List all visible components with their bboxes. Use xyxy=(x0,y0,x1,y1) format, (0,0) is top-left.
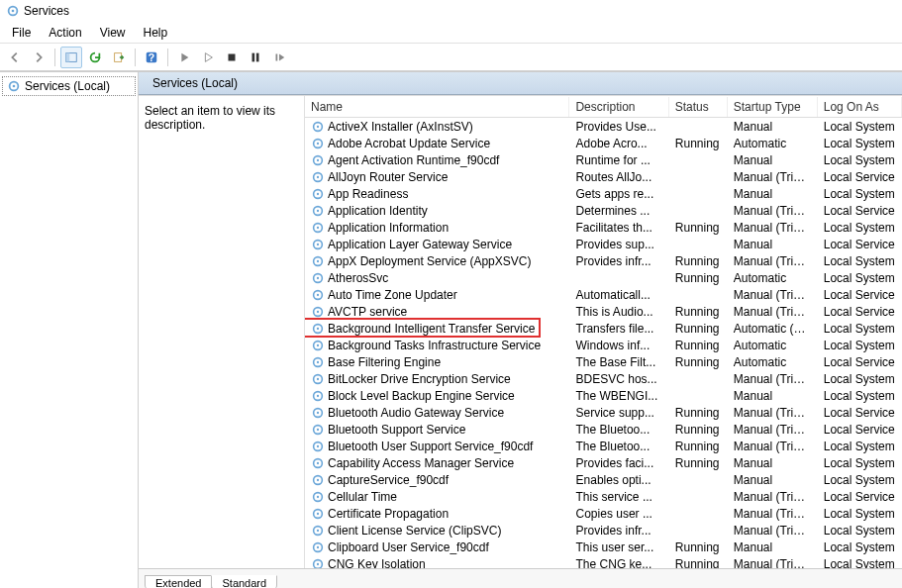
cell-logon: Local Service xyxy=(818,287,902,303)
cell-startup: Manual (Trigg... xyxy=(728,304,818,320)
show-hide-tree-button[interactable] xyxy=(60,47,82,68)
cell-description: Windows inf... xyxy=(570,338,669,353)
cell-name: Block Level Backup Engine Service xyxy=(305,388,570,404)
export-button[interactable] xyxy=(108,47,130,68)
detail-body: Select an item to view its description. … xyxy=(139,95,902,568)
cell-logon: Local Service xyxy=(818,237,902,252)
cell-startup: Manual xyxy=(728,152,818,168)
table-row[interactable]: Capability Access Manager ServiceProvide… xyxy=(305,454,902,471)
table-row[interactable]: AllJoyn Router ServiceRoutes AllJo...Man… xyxy=(305,168,902,185)
bottom-tabs: Extended Standard xyxy=(139,568,902,588)
cell-status xyxy=(669,294,728,296)
svg-point-36 xyxy=(317,293,319,295)
table-row[interactable]: Base Filtering EngineThe Base Filt...Run… xyxy=(305,353,902,370)
cell-description: This user ser... xyxy=(570,539,669,555)
table-row[interactable]: Block Level Backup Engine ServiceThe WBE… xyxy=(305,387,902,404)
cell-startup: Manual (Trigg... xyxy=(728,169,818,185)
gear-icon xyxy=(311,322,325,336)
table-row[interactable]: Auto Time Zone UpdaterAutomaticall...Man… xyxy=(305,286,902,303)
col-startup[interactable]: Startup Type xyxy=(728,97,818,117)
tab-extended[interactable]: Extended xyxy=(145,575,212,588)
svg-point-40 xyxy=(317,327,319,329)
cell-startup: Automatic xyxy=(728,270,818,286)
menu-action[interactable]: Action xyxy=(41,24,89,41)
cell-description: The Bluetoo... xyxy=(570,439,669,454)
svg-point-1 xyxy=(12,10,15,13)
cell-status: Running xyxy=(669,422,728,438)
col-status[interactable]: Status xyxy=(669,97,728,117)
restart-service-button[interactable] xyxy=(268,47,290,68)
cell-logon: Local System xyxy=(818,119,902,135)
tree-item-services-local[interactable]: Services (Local) xyxy=(2,76,136,96)
table-row[interactable]: Client License Service (ClipSVC)Provides… xyxy=(305,522,902,539)
table-row[interactable]: Adobe Acrobat Update ServiceAdobe Acro..… xyxy=(305,135,902,151)
col-logon[interactable]: Log On As xyxy=(818,97,902,117)
table-row[interactable]: AtherosSvcRunningAutomaticLocal System xyxy=(305,269,902,286)
gear-icon xyxy=(311,120,325,134)
table-row[interactable]: ActiveX Installer (AxInstSV)Provides Use… xyxy=(305,118,902,135)
pause-service-button[interactable] xyxy=(245,47,266,68)
service-name-text: Capability Access Manager Service xyxy=(328,456,514,470)
tab-standard[interactable]: Standard xyxy=(211,575,277,588)
svg-point-24 xyxy=(317,192,319,194)
cell-name: Background Intelligent Transfer Service xyxy=(305,321,570,337)
cell-status: Running xyxy=(669,439,728,454)
cell-logon: Local Service xyxy=(818,169,902,185)
cell-name: Bluetooth User Support Service_f90cdf xyxy=(305,439,570,454)
table-row[interactable]: Agent Activation Runtime_f90cdfRuntime f… xyxy=(305,151,902,168)
cell-description: Facilitates th... xyxy=(570,220,669,236)
gear-icon xyxy=(311,137,325,150)
stop-service-button[interactable] xyxy=(221,47,243,68)
table-row[interactable]: Bluetooth Support ServiceThe Bluetoo...R… xyxy=(305,421,902,438)
table-row[interactable]: App ReadinessGets apps re...ManualLocal … xyxy=(305,185,902,202)
table-row[interactable]: Bluetooth Audio Gateway ServiceService s… xyxy=(305,404,902,421)
svg-point-64 xyxy=(317,529,319,531)
svg-point-16 xyxy=(317,125,319,127)
menu-view[interactable]: View xyxy=(92,24,134,41)
cell-status: Running xyxy=(669,556,728,569)
cell-startup: Manual xyxy=(728,455,818,471)
cell-name: CNG Key Isolation xyxy=(305,556,570,569)
play-service-button[interactable] xyxy=(197,47,219,68)
svg-text:?: ? xyxy=(149,50,154,62)
svg-point-44 xyxy=(317,360,319,362)
table-row[interactable]: AVCTP serviceThis is Audio...RunningManu… xyxy=(305,303,902,320)
menu-file[interactable]: File xyxy=(4,24,39,41)
cell-name: CaptureService_f90cdf xyxy=(305,472,570,488)
start-service-button[interactable] xyxy=(173,47,195,68)
table-row[interactable]: BitLocker Drive Encryption ServiceBDESVC… xyxy=(305,370,902,387)
table-row[interactable]: Bluetooth User Support Service_f90cdfThe… xyxy=(305,438,902,454)
table-row[interactable]: Cellular TimeThis service ...Manual (Tri… xyxy=(305,488,902,505)
service-rows[interactable]: ActiveX Installer (AxInstSV)Provides Use… xyxy=(305,118,902,568)
col-description[interactable]: Description xyxy=(569,97,668,117)
cell-logon: Local System xyxy=(818,136,902,151)
table-row[interactable]: AppX Deployment Service (AppXSVC)Provide… xyxy=(305,252,902,269)
detail-header: Services (Local) xyxy=(139,72,902,95)
cell-startup: Manual xyxy=(728,472,818,488)
table-row[interactable]: CaptureService_f90cdfEnables opti...Manu… xyxy=(305,471,902,488)
help-button[interactable]: ? xyxy=(141,47,162,68)
cell-name: Application Identity xyxy=(305,203,570,219)
table-row[interactable]: Background Intelligent Transfer ServiceT… xyxy=(305,320,902,337)
table-row[interactable]: Certificate PropagationCopies user ...Ma… xyxy=(305,505,902,522)
gear-icon xyxy=(311,473,325,487)
cell-logon: Local System xyxy=(818,523,902,539)
cell-status xyxy=(669,378,728,380)
table-row[interactable]: Application InformationFacilitates th...… xyxy=(305,219,902,236)
forward-button[interactable] xyxy=(28,47,50,68)
table-row[interactable]: Application Layer Gateway ServiceProvide… xyxy=(305,236,902,252)
window-title: Services xyxy=(24,4,69,18)
table-row[interactable]: CNG Key IsolationThe CNG ke...RunningMan… xyxy=(305,555,902,568)
menu-help[interactable]: Help xyxy=(136,24,176,41)
back-button[interactable] xyxy=(4,47,26,68)
table-row[interactable]: Background Tasks Infrastructure ServiceW… xyxy=(305,337,902,353)
svg-point-22 xyxy=(317,175,319,177)
col-name[interactable]: Name xyxy=(305,97,569,117)
svg-point-28 xyxy=(317,226,319,228)
refresh-button[interactable] xyxy=(84,47,106,68)
table-row[interactable]: Application IdentityDetermines ...Manual… xyxy=(305,202,902,219)
table-row[interactable]: Clipboard User Service_f90cdfThis user s… xyxy=(305,539,902,555)
gear-icon xyxy=(311,339,325,352)
service-name-text: Agent Activation Runtime_f90cdf xyxy=(328,153,499,167)
cell-startup: Manual (Trigg... xyxy=(728,439,818,454)
